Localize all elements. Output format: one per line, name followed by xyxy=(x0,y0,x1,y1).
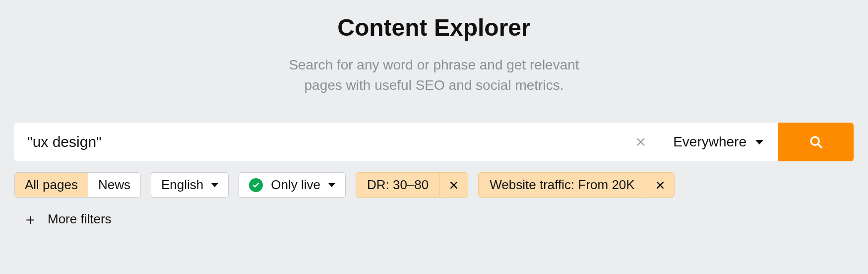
language-label: English xyxy=(161,177,203,193)
svg-line-3 xyxy=(818,144,821,147)
segment-news[interactable]: News xyxy=(88,173,140,197)
caret-down-icon xyxy=(755,140,763,144)
segment-all-pages[interactable]: All pages xyxy=(15,173,88,197)
search-bar: Everywhere xyxy=(14,123,854,161)
search-button[interactable] xyxy=(778,123,854,161)
only-live-filter[interactable]: Only live xyxy=(239,172,346,198)
filter-chip-traffic: Website traffic: From 20K xyxy=(478,172,674,198)
more-filters-label: More filters xyxy=(48,211,112,227)
more-filters-button[interactable]: ＋ More filters xyxy=(23,211,868,227)
plus-icon: ＋ xyxy=(23,212,38,227)
page-title: Content Explorer xyxy=(0,14,868,41)
check-circle-icon xyxy=(249,178,263,192)
page-subtitle: Search for any word or phrase and get re… xyxy=(0,55,868,95)
scope-label: Everywhere xyxy=(673,134,746,150)
search-input[interactable] xyxy=(14,123,625,161)
filter-chip-traffic-remove[interactable] xyxy=(646,173,674,197)
page-type-segment: All pages News xyxy=(14,172,141,198)
search-icon xyxy=(808,135,823,149)
clear-search-button[interactable] xyxy=(625,123,656,161)
close-icon xyxy=(655,180,665,190)
language-filter[interactable]: English xyxy=(151,172,229,198)
filter-chip-dr-remove[interactable] xyxy=(439,173,468,197)
subtitle-line-2: pages with useful SEO and social metrics… xyxy=(305,77,564,93)
filter-chip-dr: DR: 30–80 xyxy=(356,172,468,198)
subtitle-line-1: Search for any word or phrase and get re… xyxy=(289,57,579,72)
close-icon xyxy=(635,137,646,147)
caret-down-icon xyxy=(328,183,335,187)
scope-select[interactable]: Everywhere xyxy=(656,123,778,161)
close-icon xyxy=(449,180,459,190)
filters-row: All pages News English Only live DR: 30–… xyxy=(14,172,854,198)
caret-down-icon xyxy=(211,183,218,187)
filter-chip-traffic-label[interactable]: Website traffic: From 20K xyxy=(479,173,645,197)
filter-chip-dr-label[interactable]: DR: 30–80 xyxy=(356,173,439,197)
only-live-label: Only live xyxy=(271,177,320,193)
